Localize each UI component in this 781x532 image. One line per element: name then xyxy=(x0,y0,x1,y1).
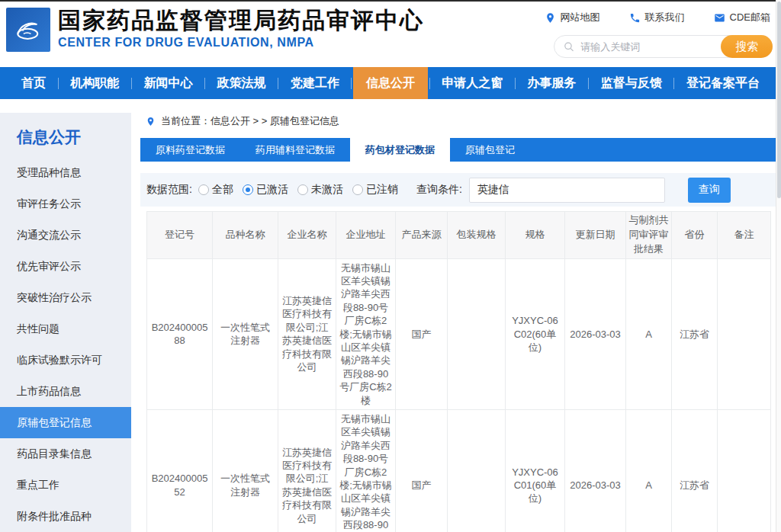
filter-bar: 数据范围: 全部 已激活 未激活 已注销 查询条件: 查询 xyxy=(140,173,778,207)
utility-links: 网站地图 联系我们 CDE邮箱 xyxy=(545,11,770,24)
sidebar-item-priority-review[interactable]: 优先审评公示 xyxy=(0,251,131,282)
sidebar-item-api-excipient-packaging[interactable]: 原辅包登记信息 xyxy=(0,407,131,438)
radio-activated-label: 已激活 xyxy=(256,183,288,197)
cde-mail-link[interactable]: CDE邮箱 xyxy=(714,11,770,24)
nav-separator xyxy=(673,78,674,89)
cell-spec: YJXYC-06C01(60单位) xyxy=(506,410,565,532)
scope-label: 数据范围: xyxy=(146,183,192,197)
tab-excipient-data[interactable]: 药用辅料登记数据 xyxy=(240,138,350,162)
sidebar-item-clinical-trial-license[interactable]: 临床试验默示许可 xyxy=(0,345,131,376)
sitemap-link[interactable]: 网站地图 xyxy=(545,11,600,24)
mail-icon xyxy=(714,12,725,24)
cell-joint-review-result: A xyxy=(626,410,672,532)
swan-logo-icon xyxy=(11,12,46,47)
location-pin-icon xyxy=(146,116,156,127)
radio-not-activated[interactable]: 未激活 xyxy=(297,183,343,197)
nav-info-disclosure[interactable]: 信息公开 xyxy=(353,67,428,99)
cell-province: 江苏省 xyxy=(672,410,718,532)
brand-block: 国家药品监督管理局药品审评中心 CENTER FOR DRUG EVALUATI… xyxy=(58,8,424,50)
site-search-input[interactable] xyxy=(574,41,721,53)
cell-joint-review-result: A xyxy=(626,258,672,409)
data-tabs: 原料药登记数据 药用辅料登记数据 药包材登记数据 原辅包登记 xyxy=(140,138,778,162)
col-province: 省份 xyxy=(672,212,718,259)
site-search: 搜索 xyxy=(554,35,773,58)
nav-party[interactable]: 党建工作 xyxy=(280,67,350,99)
cell-update-date: 2026-03-03 xyxy=(565,410,626,532)
tab-packaging-data[interactable]: 药包材登记数据 xyxy=(350,138,450,162)
cde-mail-label: CDE邮箱 xyxy=(730,11,770,24)
cell-company-address: 无锡市锡山区羊尖镇锡沪路羊尖西段88-90号厂房C栋2楼;无锡市锡山区羊尖镇锡沪… xyxy=(336,410,396,532)
radio-not-activated-label: 未激活 xyxy=(311,183,343,197)
nav-separator xyxy=(204,78,205,89)
site-search-button[interactable]: 搜索 xyxy=(721,35,773,58)
contact-label: 联系我们 xyxy=(645,11,685,24)
sidebar-item-communication[interactable]: 沟通交流公示 xyxy=(0,220,131,251)
cell-company-address: 无锡市锡山区羊尖镇锡沪路羊尖西段88-90号厂房C栋2楼;无锡市锡山区羊尖镇锡沪… xyxy=(336,258,396,409)
sidebar-item-accepted-products[interactable]: 受理品种信息 xyxy=(0,157,131,188)
nav-home[interactable]: 首页 xyxy=(11,67,56,99)
map-pin-icon xyxy=(545,12,556,24)
sidebar-item-drug-catalog[interactable]: 药品目录集信息 xyxy=(0,438,131,470)
scrollbar-thumb[interactable] xyxy=(777,2,781,198)
nav-services[interactable]: 办事服务 xyxy=(517,67,587,99)
nav-registration-platform[interactable]: 登记备案平台 xyxy=(676,67,770,99)
nav-separator xyxy=(515,78,516,89)
col-spec: 规格 xyxy=(506,212,565,259)
query-input[interactable] xyxy=(469,178,665,203)
sidebar-item-marketed-drugs[interactable]: 上市药品信息 xyxy=(0,376,131,407)
tab-api-data[interactable]: 原料药登记数据 xyxy=(140,138,240,162)
cell-product-name: 一次性笔式注射器 xyxy=(213,258,278,409)
nav-separator xyxy=(588,78,589,89)
nav-functions[interactable]: 机构职能 xyxy=(59,67,130,99)
nav-news[interactable]: 新闻中心 xyxy=(133,67,203,99)
radio-deregistered[interactable]: 已注销 xyxy=(352,183,398,197)
col-product-source: 产品来源 xyxy=(396,212,448,259)
site-subtitle: CENTER FOR DRUG EVALUATION, NMPA xyxy=(58,36,424,50)
table-header-row: 登记号 品种名称 企业名称 企业地址 产品来源 包装规格 规格 更新日期 与制剂… xyxy=(147,212,771,259)
site-title: 国家药品监督管理局药品审评中心 xyxy=(58,8,424,34)
radio-circle-icon xyxy=(198,184,209,195)
sitemap-label: 网站地图 xyxy=(561,11,600,24)
phone-icon xyxy=(629,12,641,24)
nav-supervision[interactable]: 监督与反馈 xyxy=(590,67,673,99)
nav-applicant-window[interactable]: 申请人之窗 xyxy=(431,67,513,99)
col-company-name: 企业名称 xyxy=(278,212,336,259)
sidebar-item-conditional-approval[interactable]: 附条件批准品种 xyxy=(0,501,131,532)
radio-deregistered-label: 已注销 xyxy=(366,183,398,197)
contact-link[interactable]: 联系我们 xyxy=(629,11,685,24)
nav-separator xyxy=(278,78,278,89)
radio-circle-icon xyxy=(297,184,308,195)
query-button[interactable]: 查询 xyxy=(688,178,731,203)
cell-packaging-spec xyxy=(448,258,506,409)
nav-separator xyxy=(429,78,430,89)
nav-policy[interactable]: 政策法规 xyxy=(207,67,277,99)
page-scrollbar[interactable] xyxy=(776,0,781,532)
sidebar-item-common-issues[interactable]: 共性问题 xyxy=(0,313,131,345)
cell-product-name: 一次性笔式注射器 xyxy=(213,410,278,532)
query-condition-label: 查询条件: xyxy=(416,183,462,197)
cell-company-name: 江苏英捷信医疗科技有限公司;江苏英捷信医疗科技有限公司 xyxy=(278,258,336,409)
col-remark: 备注 xyxy=(718,212,771,259)
table-row: B20240000552 一次性笔式注射器 江苏英捷信医疗科技有限公司;江苏英捷… xyxy=(147,410,771,532)
main-nav: 首页 机构职能 新闻中心 政策法规 党建工作 信息公开 申请人之窗 办事服务 监… xyxy=(0,67,781,99)
col-company-address: 企业地址 xyxy=(336,212,396,259)
table-row: B20240000588 一次性笔式注射器 江苏英捷信医疗科技有限公司;江苏英捷… xyxy=(147,258,771,409)
nav-separator xyxy=(351,78,352,89)
registration-table: 登记号 品种名称 企业名称 企业地址 产品来源 包装规格 规格 更新日期 与制剂… xyxy=(146,211,771,532)
sidebar-item-key-work[interactable]: 重点工作 xyxy=(0,470,131,501)
radio-activated[interactable]: 已激活 xyxy=(243,183,288,197)
tab-registration[interactable]: 原辅包登记 xyxy=(450,138,530,162)
radio-all[interactable]: 全部 xyxy=(198,183,233,197)
col-packaging-spec: 包装规格 xyxy=(448,212,506,259)
cde-logo xyxy=(6,8,50,52)
cell-registration-no: B20240000588 xyxy=(147,258,213,409)
cell-company-name: 江苏英捷信医疗科技有限公司;江苏英捷信医疗科技有限公司 xyxy=(278,410,336,532)
breadcrumb: 当前位置：信息公开 > > 原辅包登记信息 xyxy=(140,114,778,128)
cell-remark xyxy=(718,410,771,532)
col-joint-review-result: 与制剂共同审评审批结果 xyxy=(626,212,672,259)
cell-packaging-spec xyxy=(448,410,506,532)
sidebar-item-review-tasks[interactable]: 审评任务公示 xyxy=(0,188,131,220)
sidebar-item-breakthrough-therapy[interactable]: 突破性治疗公示 xyxy=(0,282,131,313)
cell-product-source: 国产 xyxy=(396,410,448,532)
radio-all-label: 全部 xyxy=(212,183,233,197)
